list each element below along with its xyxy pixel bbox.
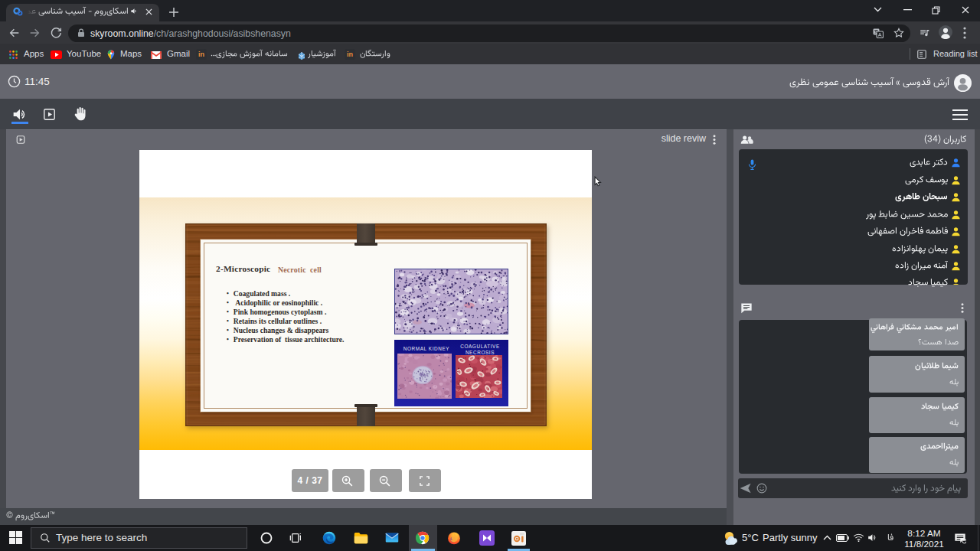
svg-text:NECROSIS: NECROSIS	[466, 350, 495, 355]
svg-text:COAGULATIVE: COAGULATIVE	[460, 344, 500, 349]
svg-text:NORMAL KIDNEY: NORMAL KIDNEY	[403, 346, 450, 351]
